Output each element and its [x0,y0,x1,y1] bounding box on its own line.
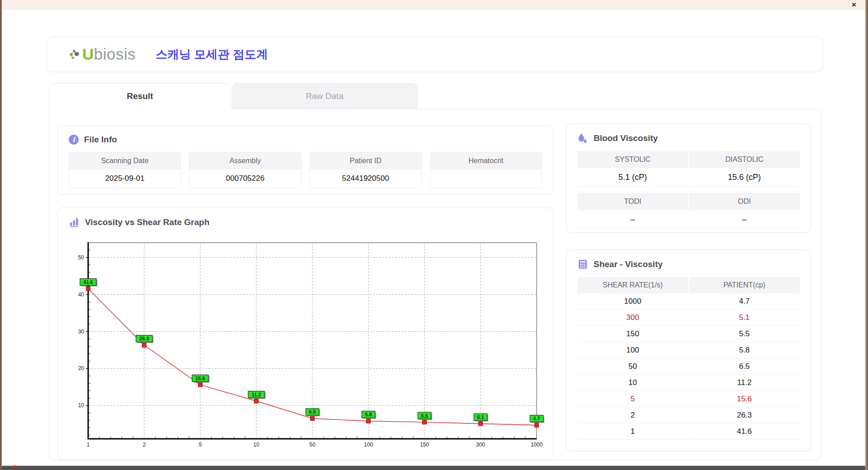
patient-cell: 5.5 [689,326,800,342]
viscosity-chart: 10203040501251050100150300100041.626.315… [76,240,546,452]
patient-cell: 4.7 [689,293,800,310]
window-frame-bottom [0,465,868,470]
bv-header-cell: DIASTOLIC [689,151,800,168]
table-row: 2 26.3 [577,407,800,423]
shear-viscosity-table: SHEAR RATE(1/s) PATIENT(cp) 1000 4.7 300… [577,277,800,440]
data-point-label: 41.6 [83,279,93,285]
data-point-label: 5.1 [477,414,484,420]
result-panel: i File Info Scanning Date 2025-09-01 Ass… [49,109,821,460]
patient-cell: 5.8 [689,342,800,358]
close-icon[interactable]: × [849,0,859,9]
data-point-label: 5.8 [365,412,372,417]
data-point-marker [423,420,427,424]
file-info-card: i File Info Scanning Date 2025-09-01 Ass… [57,125,553,195]
bv-header-cell: ODI [689,193,800,210]
blood-viscosity-title: Blood Viscosity [594,133,658,143]
shear-rate-cell: 100 [577,342,688,358]
window-frame-left [0,0,2,470]
shear-rate-cell: 5 [577,391,688,407]
field-label: Scanning Date [69,152,180,169]
bv-header-row: SYSTOLIC DIASTOLIC [577,151,800,168]
y-axis-tick-label: 50 [78,254,85,261]
x-axis-tick-label: 100 [364,442,373,448]
droplets-icon [577,133,588,144]
y-axis-tick-label: 40 [78,291,85,298]
brand-first-letter: U [82,45,94,63]
table-header-row: SHEAR RATE(1/s) PATIENT(cp) [577,277,800,293]
cursor-marker-icon [12,465,18,469]
shear-rate-cell: 1000 [577,293,688,310]
data-point-label: 4.7 [533,416,540,421]
table-row: 150 5.5 [577,326,800,342]
tab-result[interactable]: Result [49,83,231,109]
shear-viscosity-card: Shear - Viscosity SHEAR RATE(1/s) PATIEN… [566,249,811,451]
calculator-icon [577,259,588,270]
field-value: 000705226 [189,169,301,188]
data-point-label: 6.5 [309,409,316,414]
tab-raw-data[interactable]: Raw Data [232,83,417,109]
graph-title: Viscosity vs Shear Rate Graph [85,217,209,227]
table-row: 50 6.5 [577,358,800,375]
shear-rate-cell: 1 [577,423,688,440]
file-info-title: File Info [84,135,117,145]
bv-value-cell: 15.6 (cP) [689,168,800,187]
x-axis-tick-label: 1000 [531,442,543,448]
file-info-field: Scanning Date 2025-09-01 [69,152,181,188]
patient-cell: 11.2 [689,375,800,391]
page-title: 스캐닝 모세관 점도계 [156,47,268,62]
field-label: Hematocrit [430,152,542,169]
shear-rate-cell: 50 [577,358,688,375]
bv-value-cell: – [577,210,688,229]
bv-value-cell: 5.1 (cP) [577,168,688,187]
x-axis-tick-label: 150 [420,442,429,448]
header-card: Ubiosis 스캐닝 모세관 점도계 [47,37,823,72]
window-titlebar: × [2,0,865,10]
shear-rate-cell: 150 [577,326,688,342]
blood-viscosity-table: SYSTOLIC DIASTOLIC 5.1 (cP) 15.6 (cP) TO… [577,151,800,229]
shear-rate-cell: 300 [577,310,688,326]
field-value: 2025-09-01 [69,169,180,188]
shear-rate-column-header: SHEAR RATE(1/s) [577,277,688,293]
bv-value-cell: – [689,210,800,229]
patient-cell: 15.6 [689,391,800,407]
data-point-marker [255,399,259,403]
x-axis-tick-label: 300 [476,442,485,448]
bv-value-row: 5.1 (cP) 15.6 (cP) [577,168,800,187]
file-info-field: Hematocrit [430,152,542,188]
viscosity-graph-card: Viscosity vs Shear Rate Graph 1020304050… [57,207,553,460]
bv-header-cell: TODI [577,193,688,210]
info-icon: i [69,135,79,145]
x-axis-tick-label: 50 [309,442,316,448]
ubiosis-logo: Ubiosis [69,45,136,63]
table-row: 100 5.8 [577,342,800,358]
data-point-label: 5.5 [421,413,428,418]
field-label: Assembly [189,152,301,169]
data-point-label: 11.2 [252,392,261,397]
brand-text: Ubiosis [82,45,136,63]
brand-rest: biosis [94,45,136,63]
data-point-marker [367,419,371,423]
y-axis-tick-label: 20 [78,365,85,371]
y-axis-tick-label: 30 [78,329,85,335]
file-info-field: Patient ID 52441920500 [310,152,422,188]
file-info-field: Assembly 000705226 [189,152,301,188]
field-value: 52441920500 [310,169,421,188]
bar-chart-icon [69,217,80,228]
table-row: 1 41.6 [577,423,800,440]
data-point-marker [535,423,539,427]
data-point-marker [86,287,90,291]
window-frame-right [865,0,868,470]
shear-rate-cell: 2 [577,407,688,423]
data-point-label: 15.6 [195,376,205,381]
table-row: 5 15.6 [577,391,800,407]
patient-column-header: PATIENT(cp) [689,277,800,293]
patient-cell: 5.1 [689,310,800,326]
x-axis-tick-label: 5 [199,442,202,448]
blood-viscosity-card: Blood Viscosity SYSTOLIC DIASTOLIC 5.1 (… [566,123,811,233]
data-point-marker [311,416,315,420]
table-row: 300 5.1 [577,310,800,326]
bv-header-row: TODI ODI [577,193,800,210]
x-axis-tick-label: 2 [143,442,146,448]
shear-rate-cell: 10 [577,375,688,391]
patient-cell: 6.5 [689,358,800,375]
